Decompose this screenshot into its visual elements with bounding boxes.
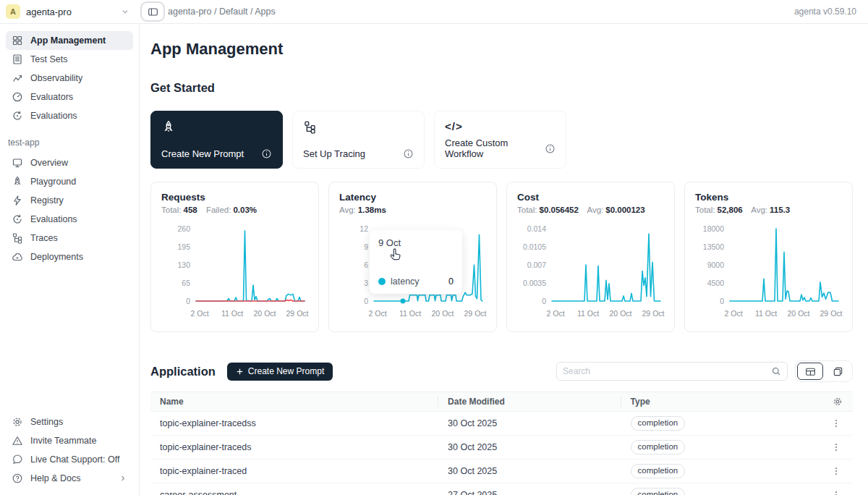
tooltip-series-row: latency 0 <box>378 276 454 287</box>
svg-text:0: 0 <box>542 297 546 305</box>
sidebar-spacer <box>6 266 133 412</box>
sidebar-item-test-sets[interactable]: Test Sets <box>6 50 133 69</box>
chart-title: Requests <box>161 192 308 203</box>
svg-text:0.007: 0.007 <box>527 261 546 269</box>
tokens-line-chart[interactable]: 04500900013500180002 Oct11 Oct20 Oct29 O… <box>695 218 843 323</box>
sidebar-item-invite-teammate[interactable]: Invite Teammate <box>6 431 133 450</box>
list-icon <box>12 54 23 65</box>
sidebar-item-label: Help & Docs <box>30 473 80 483</box>
create-custom-workflow-card[interactable]: </> Create Custom Workflow <box>434 111 566 169</box>
chart-stats: Total:$0.056452 Avg:$0.000123 <box>517 206 664 214</box>
sidebar-item-settings[interactable]: Settings <box>6 412 133 431</box>
sidebar-item-registry[interactable]: Registry <box>6 191 133 210</box>
row-menu-button[interactable] <box>830 488 843 495</box>
svg-text:0.014: 0.014 <box>527 224 546 233</box>
svg-text:11 Oct: 11 Oct <box>221 309 243 318</box>
button-label: Create New Prompt <box>248 366 324 376</box>
chart-tooltip: 9 Oct latency 0 <box>370 230 462 294</box>
svg-text:130: 130 <box>177 261 190 269</box>
chevron-right-icon <box>119 474 127 483</box>
table-row[interactable]: topic-explainer-traceds 30 Oct 2025 comp… <box>150 436 853 460</box>
app-date-modified: 30 Oct 2025 <box>438 418 621 428</box>
breadcrumb[interactable]: agenta-pro / Default / Apps <box>168 7 276 17</box>
svg-text:13500: 13500 <box>703 242 724 251</box>
search-input[interactable] <box>563 366 771 376</box>
table-row[interactable]: topic-explainer-traced 30 Oct 2025 compl… <box>150 460 853 483</box>
info-icon[interactable] <box>403 148 414 159</box>
svg-text:12: 12 <box>359 224 368 233</box>
app-version: agenta v0.59.10 <box>794 7 856 17</box>
card-view-icon <box>833 366 843 377</box>
cost-line-chart[interactable]: 00.00350.0070.01050.0142 Oct11 Oct20 Oct… <box>517 218 665 323</box>
svg-text:195: 195 <box>177 242 190 251</box>
svg-text:0: 0 <box>186 297 190 305</box>
monitor-icon <box>12 157 23 169</box>
svg-text:11 Oct: 11 Oct <box>577 309 599 318</box>
search-icon[interactable] <box>771 366 781 376</box>
table-view-button[interactable] <box>797 363 823 380</box>
sidebar-item-help-docs[interactable]: Help & Docs <box>6 469 133 488</box>
chart-title: Cost <box>517 192 664 203</box>
sidebar-item-live-chat[interactable]: Live Chat Support: Off <box>6 450 133 469</box>
view-toggle <box>795 360 853 382</box>
column-header-date-modified[interactable]: Date Modified <box>438 397 621 407</box>
create-new-prompt-button[interactable]: Create New Prompt <box>227 363 333 381</box>
card-view-button[interactable] <box>825 363 851 380</box>
type-badge: completion <box>631 440 686 454</box>
info-icon[interactable] <box>261 148 272 159</box>
svg-text:29 Oct: 29 Oct <box>286 309 309 318</box>
gear-icon <box>12 416 23 428</box>
sidebar: App Management Test Sets Observability E… <box>0 24 140 495</box>
column-header-type[interactable]: Type <box>621 397 790 407</box>
chart-title: Tokens <box>695 192 842 203</box>
sidebar-item-observability[interactable]: Observability <box>6 69 133 88</box>
create-new-prompt-card[interactable]: Create New Prompt <box>150 111 283 169</box>
app-name: topic-explainer-tracedss <box>150 418 438 428</box>
row-menu-button[interactable] <box>830 417 843 430</box>
table-row[interactable]: career-assessment 27 Oct 2025 completion <box>150 483 853 495</box>
tree-icon <box>12 232 23 244</box>
get-started-title: Get Started <box>150 81 853 95</box>
set-up-tracing-card[interactable]: Set Up Tracing <box>292 111 425 169</box>
svg-text:20 Oct: 20 Oct <box>254 309 276 318</box>
requests-line-chart[interactable]: 0651301952602 Oct11 Oct20 Oct29 Oct <box>161 218 310 323</box>
dots-vertical-icon <box>831 466 841 476</box>
sidebar-item-evaluations-app[interactable]: Evaluations <box>6 210 133 229</box>
row-menu-button[interactable] <box>830 441 843 454</box>
svg-text:3: 3 <box>364 279 368 287</box>
svg-text:9000: 9000 <box>707 261 725 269</box>
svg-text:65: 65 <box>182 279 190 287</box>
sidebar-toggle-button[interactable] <box>140 1 165 22</box>
table-settings-button[interactable] <box>833 397 843 407</box>
get-started-cards: Create New Prompt Set Up Tracing </> Cre… <box>150 111 853 169</box>
sidebar-item-overview[interactable]: Overview <box>6 153 133 172</box>
svg-text:2 Oct: 2 Oct <box>724 309 742 318</box>
table-row[interactable]: topic-explainer-tracedss 30 Oct 2025 com… <box>150 412 853 436</box>
sidebar-item-traces[interactable]: Traces <box>6 229 133 248</box>
tree-icon <box>303 120 318 135</box>
svg-text:9: 9 <box>364 242 368 251</box>
chevron-down-icon <box>120 7 130 17</box>
sidebar-item-playground[interactable]: Playground <box>6 172 133 191</box>
svg-text:0.0035: 0.0035 <box>523 279 546 287</box>
sidebar-item-label: Evaluations <box>30 111 77 121</box>
sidebar-item-evaluations[interactable]: Evaluations <box>6 106 133 125</box>
dots-vertical-icon <box>831 490 841 495</box>
gauge-icon <box>12 91 23 103</box>
workspace-selector[interactable]: A agenta-pro <box>6 4 130 19</box>
app-name: topic-explainer-traced <box>150 466 438 476</box>
info-icon[interactable] <box>545 143 556 154</box>
sidebar-item-evaluators[interactable]: Evaluators <box>6 88 133 106</box>
sidebar-item-app-management[interactable]: App Management <box>6 31 133 50</box>
help-icon <box>12 473 23 484</box>
requests-chart-card: Requests Total:458 Failed:0.03% 06513019… <box>150 182 319 332</box>
sidebar-toggle-icon <box>148 7 158 17</box>
table-header-row: Name Date Modified Type <box>150 392 853 412</box>
application-header: Application Create New Prompt <box>150 360 853 382</box>
sidebar-item-label: Overview <box>30 158 68 168</box>
row-menu-button[interactable] <box>830 465 843 478</box>
sidebar-item-deployments[interactable]: Deployments <box>6 248 133 266</box>
svg-text:11 Oct: 11 Oct <box>755 309 777 318</box>
column-header-name[interactable]: Name <box>150 397 438 407</box>
card-label: Create New Prompt <box>161 148 244 159</box>
